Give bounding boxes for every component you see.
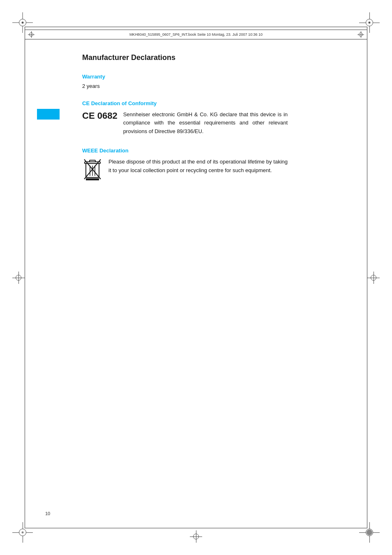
page-title: Manufacturer Declarations — [82, 53, 288, 62]
ce-mark: CE 0682 — [82, 111, 118, 121]
ce-section: CE Declaration of Conformity CE 0682 Sen… — [82, 100, 288, 136]
border-left — [25, 27, 25, 528]
corner-mark-br — [359, 522, 380, 543]
border-top — [25, 27, 367, 27]
reg-mark-mid-right — [367, 272, 380, 284]
weee-heading: WEEE Declaration — [82, 147, 288, 154]
ce-symbol-text: CE 0682 — [82, 111, 118, 121]
warranty-heading: Warranty — [82, 74, 288, 80]
svg-rect-8 — [86, 178, 99, 180]
svg-rect-2 — [90, 160, 95, 162]
reg-mark-mid-left — [12, 272, 25, 284]
warranty-text: 2 years — [82, 82, 288, 90]
file-info-text: MKH8040_515895_0607_SP6_INT.book Seite 1… — [38, 32, 354, 37]
page-number: 10 — [45, 511, 50, 516]
weee-text: Please dispose of this product at the en… — [108, 158, 288, 175]
header-crosshair-left — [28, 31, 35, 38]
ce-declaration-text: Sennheiser electronic GmbH & Co. KG decl… — [123, 111, 288, 136]
weee-section: WEEE Declaration — [82, 147, 288, 181]
corner-mark-bl — [12, 522, 33, 543]
header-crosshair-right — [357, 31, 364, 38]
header-bar: MKH8040_515895_0607_SP6_INT.book Seite 1… — [25, 30, 367, 39]
cyan-decoration-block — [37, 109, 60, 120]
ce-heading: CE Declaration of Conformity — [82, 100, 288, 106]
weee-symbol — [82, 158, 103, 181]
warranty-section: Warranty 2 years — [82, 74, 288, 90]
reg-mark-mid-bottom — [190, 530, 202, 543]
weee-icon — [83, 158, 102, 181]
border-bottom — [25, 528, 367, 528]
main-content: Manufacturer Declarations Warranty 2 yea… — [82, 53, 288, 191]
